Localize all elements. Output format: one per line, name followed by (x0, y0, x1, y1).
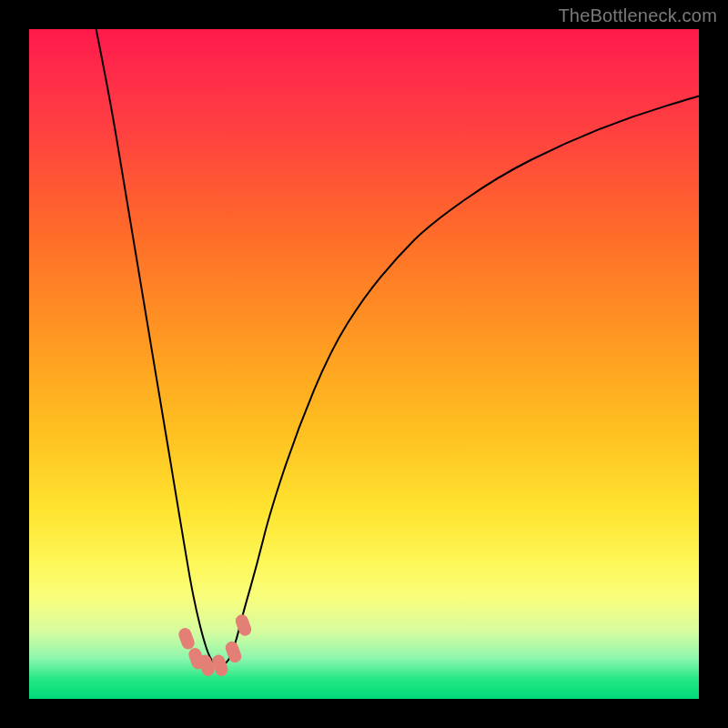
watermark-text: TheBottleneck.com (558, 5, 717, 26)
curve-marker (234, 612, 253, 637)
curve-marker (177, 626, 196, 651)
curve-markers (177, 612, 253, 678)
curve-svg (29, 29, 699, 699)
bottleneck-curve (96, 29, 699, 665)
plot-area (29, 29, 699, 699)
curve-marker (224, 640, 243, 664)
chart-frame: TheBottleneck.com (0, 0, 728, 728)
